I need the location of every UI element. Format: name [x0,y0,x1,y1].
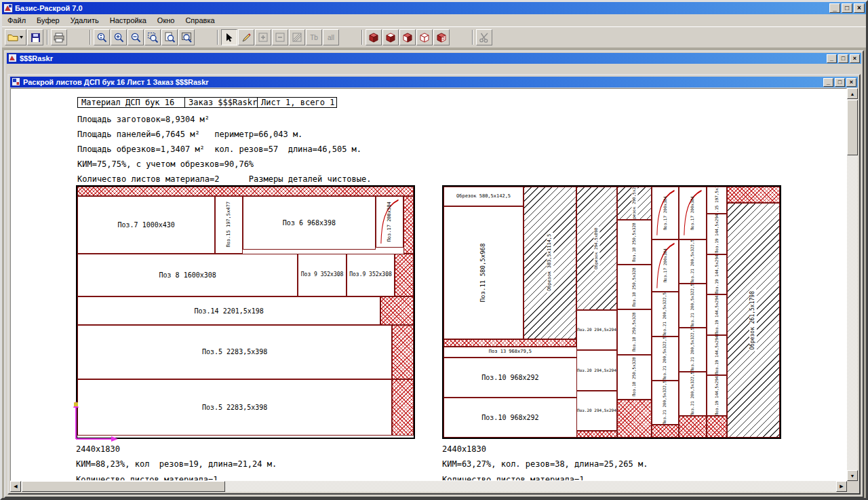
cut-panel[interactable]: Поз.21 200,5x322,5 [652,336,679,381]
save-button[interactable] [27,29,43,45]
toolbar-separator [472,30,473,45]
cut-panel[interactable]: Поз.5 2283,5x398 [77,325,392,379]
menu-settings[interactable]: Настройка [104,15,152,26]
open-button[interactable] [5,29,26,45]
horizontal-scrollbar[interactable]: ◀ ▶ [10,481,847,492]
waste-region [392,379,414,436]
cut-panel[interactable]: Поз.18 250,5x328 [617,265,652,309]
text-tool-button[interactable]: Tb [306,29,322,45]
cut-panel[interactable]: Поз.19 144,5x294 [707,254,727,295]
cut-panel[interactable]: Поз.11 580,5x968 [443,206,524,339]
vertical-scrollbar[interactable]: ▲ ▼ [847,88,858,481]
cut-panel[interactable]: Поз.21 200,5x322,5 [679,328,707,372]
maximize-button[interactable]: □ [842,3,852,13]
cut-panel[interactable]: Поз.21 200,5x322,5 [679,239,707,284]
menu-buffer[interactable]: Буфер [31,15,65,26]
menu-file[interactable]: Файл [2,15,31,26]
scroll-left-button[interactable]: ◀ [10,481,21,492]
add-icon [258,33,268,42]
cut-panel[interactable]: Поз.17 200x384 [652,239,679,292]
cut-panel[interactable]: Поз.7 1000x430 [77,196,215,254]
open-dropdown-icon [19,35,24,39]
cut-panel[interactable]: Поз.20 294,5x294 [576,350,617,391]
layout-close-button[interactable]: × [846,78,856,87]
cut-panel[interactable]: Поз.19 144,5x294 [707,214,727,254]
cut-panel[interactable]: Поз.10 968x292 [443,358,577,398]
zoom-all-button[interactable] [178,29,195,45]
box-view-button-2[interactable] [382,29,399,45]
cut-panel[interactable]: Поз 6 968x398 [243,196,376,250]
cut-button[interactable] [476,29,492,45]
cut-panel[interactable]: Поз.20 294,5x294 [576,391,617,431]
zoom-out-button[interactable] [127,29,144,45]
box-view-button-1[interactable] [366,29,382,45]
cut-panel[interactable]: Поз.21 200,5x322,5 [679,284,707,328]
box-view-button-5[interactable] [433,29,450,45]
print-button[interactable] [51,29,67,45]
close-button[interactable]: × [854,3,865,13]
cut-panel[interactable]: Поз.21 200,5x322,5 [652,292,679,336]
cut-panel[interactable]: Поз.18 250,5x328 [617,355,652,400]
cut-panel[interactable]: Обрезок 580,5x142,5 [443,187,524,206]
cut-panel[interactable]: Поз.17 200x384 [376,196,403,248]
cut-panel[interactable]: Поз.15 197,5x181 [707,187,727,214]
zoom-sheet-button[interactable] [161,29,178,45]
cut-panel[interactable]: Поз.18 250,5x328 [617,309,652,354]
layout-minimize-button[interactable]: _ [823,78,833,87]
cut-panel[interactable]: Поз 13 968x79,5 [443,347,577,358]
menu-delete[interactable]: Удалить [65,15,104,26]
zoom-dynamic-button[interactable] [94,29,110,45]
select-arrow-icon [225,33,233,43]
zoom-window-button[interactable] [144,29,161,45]
menu-window[interactable]: Окно [152,15,180,26]
vertical-scroll-thumb[interactable] [847,100,858,155]
panel-label: Поз.19 144,5x294 [714,254,719,294]
cut-panel[interactable]: Поз.19 144,5x294 [707,375,727,416]
document-canvas[interactable]: Материал ДСП бук 16 Заказ $$$Raskr Лист … [10,88,847,481]
panel-label: Поз.17 200x384 [387,201,393,242]
cut-panel[interactable]: Поз.15 197,5x477 [215,196,242,254]
zoom-in-button[interactable] [111,29,127,45]
scroll-up-button[interactable]: ▲ [847,88,858,99]
cut-panel[interactable]: Поз.17 200x384 [652,187,679,239]
cut-panel[interactable]: Поз.10 968x292 [443,398,577,438]
panel-label: Поз.17 200x384 [663,196,668,231]
menu-help[interactable]: Справка [180,15,220,26]
minimize-button[interactable]: _ [829,3,840,13]
box-view-button-3[interactable] [399,29,416,45]
report-line: Площадь обрезков=1,3407 м² кол. резов=57… [77,145,361,154]
cut-panel[interactable]: Поз 9 352x308 [298,254,346,297]
cut-panel[interactable]: Поз.18 250,5x328 [617,220,652,265]
remove-button[interactable] [272,29,288,45]
cut-panel[interactable]: Поз.20 294,5x294 [576,310,617,351]
panel-label: Поз.18 250,5x328 [632,267,637,307]
show-all-button[interactable]: all [323,29,339,45]
scroll-down-button[interactable]: ▼ [847,470,858,481]
order-restore-button[interactable]: □ [838,54,848,63]
cut-panel[interactable]: Поз.17 200x384 [679,187,707,239]
order-close-button[interactable]: × [850,54,860,63]
cut-panel[interactable]: Поз.9 352x308 [347,254,395,297]
scroll-right-button[interactable]: ▶ [836,481,847,492]
waste-region [707,416,727,438]
order-minimize-button[interactable]: _ [827,54,837,63]
box-view-button-4[interactable] [416,29,433,45]
cut-panel[interactable]: Поз.21 200,5x322,5 [652,381,679,425]
waste-region [617,400,652,438]
cut-panel[interactable]: Поз 8 1600x308 [77,254,298,297]
edit-button[interactable] [238,29,254,45]
layout-restore-button[interactable]: □ [835,78,845,87]
layout-window-title: Раскрой листов ДСП бук 16 Лист 1 Заказ $… [23,78,821,86]
cut-panel[interactable]: Поз.19 144,5x294 [707,335,727,376]
cut-panel[interactable]: Поз.19 144,5x294 [707,294,727,335]
horizontal-scroll-thumb[interactable] [22,481,225,492]
select-button[interactable] [221,29,237,45]
cut-panel[interactable]: Поз.21 200,5x322,5 [679,372,707,416]
add-button[interactable] [255,29,271,45]
scrollbar-corner [847,481,858,492]
waste-region [403,196,414,254]
panel-label: Поз.18 250,5x328 [632,313,637,352]
offcut-region: Обрезок 294,5x898 [576,187,617,310]
cut-panel[interactable]: Поз.14 2201,5x198 [77,296,380,324]
hatch-button[interactable] [289,29,305,45]
